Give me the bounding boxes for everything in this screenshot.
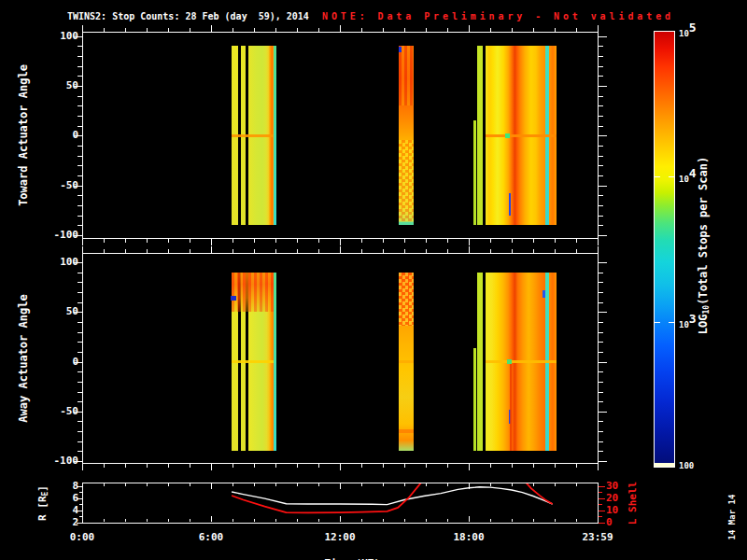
x-tick — [576, 239, 577, 243]
x-tick — [254, 249, 255, 253]
x-tick — [361, 464, 362, 468]
x-tick — [426, 464, 427, 468]
y-tick — [599, 235, 607, 236]
x-tick — [233, 249, 233, 253]
x-tick — [598, 239, 599, 245]
y-tick — [599, 371, 603, 372]
x-tick — [512, 249, 513, 253]
colorbar-tick-base: 10 — [679, 175, 689, 184]
l-tick-label: 10 — [606, 505, 618, 516]
y-tick — [74, 362, 82, 363]
colorbar-gradient — [655, 32, 674, 467]
x-tick — [297, 464, 298, 468]
colorbar-tick-label: 105 — [679, 22, 697, 40]
y-tick — [599, 382, 603, 383]
r-tick-label: 6 — [72, 493, 78, 504]
x-tick — [168, 239, 169, 243]
y-tick — [78, 195, 82, 196]
r-tick — [79, 492, 82, 493]
x-tick — [318, 249, 319, 253]
x-tick — [190, 239, 190, 243]
colorbar-tick-label: 104 — [679, 168, 697, 186]
y-tick — [78, 165, 82, 166]
x-tick — [426, 28, 427, 32]
colorbar-tick-dash — [669, 176, 674, 178]
x-tick-label: 12:00 — [324, 531, 355, 543]
twins2-plot-page: TWINS2: Stop Counts: 28 Feb (day 59), 20… — [0, 0, 747, 560]
y-tick — [74, 412, 82, 413]
heatmap-checker — [399, 140, 414, 222]
x-tick — [555, 239, 556, 243]
y-tick — [78, 175, 82, 176]
heatmap-hline — [399, 429, 414, 433]
x-tick — [147, 28, 148, 32]
r-tick-label: 2 — [72, 517, 78, 528]
colorbar-label: LOG10(Total Stops per Scan) — [697, 157, 711, 334]
y-tick — [599, 461, 607, 462]
x-tick — [254, 464, 255, 468]
y-tick — [78, 56, 82, 57]
l-tick-label: 30 — [606, 481, 618, 492]
datestamp: 14 Mar 14 — [727, 495, 737, 540]
y-tick — [599, 322, 603, 323]
x-tick — [125, 28, 126, 32]
y-tick — [599, 302, 603, 303]
y-tick — [78, 126, 82, 127]
heatmap-stripe — [477, 46, 483, 225]
l-tick — [599, 523, 605, 524]
x-tick — [275, 239, 276, 243]
x-tick-label: 6:00 — [199, 531, 224, 543]
y-tick — [599, 46, 603, 47]
y-tick — [78, 451, 82, 452]
x-tick — [82, 239, 83, 245]
y-label-toward-text: Toward Actuator Angle — [17, 64, 30, 206]
heatmap-hline — [486, 134, 557, 137]
heatmap-spot — [505, 133, 510, 138]
y-tick — [599, 421, 603, 422]
x-tick — [555, 464, 556, 468]
y-tick — [599, 401, 603, 402]
y-tick — [78, 282, 82, 283]
x-tick — [533, 249, 534, 253]
x-tick — [211, 246, 212, 253]
x-tick — [469, 246, 470, 253]
y-tick — [78, 76, 82, 77]
x-tick — [254, 28, 255, 32]
cb-label-sub: 10 — [702, 305, 711, 315]
x-tick — [318, 464, 319, 468]
y-tick — [599, 362, 607, 363]
heatmap-spot — [231, 296, 236, 301]
y-tick — [78, 332, 82, 333]
y-label-lshell: L Shell — [627, 482, 639, 525]
y-tick — [74, 461, 82, 462]
y-tick — [78, 352, 82, 353]
x-tick — [125, 239, 126, 243]
y-tick — [78, 146, 82, 147]
colorbar-tick-exp: 3 — [689, 312, 697, 326]
x-tick — [168, 249, 169, 253]
y-tick — [599, 216, 603, 217]
y-tick — [78, 392, 82, 393]
colorbar-tick-exp: 4 — [689, 166, 697, 180]
x-tick — [211, 25, 212, 32]
y-tick — [78, 225, 82, 226]
heatmap-hline — [399, 222, 414, 225]
colorbar-tick-dash — [655, 322, 660, 324]
heatmap-hline — [232, 360, 274, 363]
x-tick — [469, 464, 470, 470]
r-label-pre: R [R — [36, 496, 49, 521]
x-tick — [297, 249, 298, 253]
y-tick — [78, 431, 82, 432]
l-tick — [599, 504, 602, 505]
y-tick — [599, 441, 603, 442]
y-tick — [599, 56, 603, 57]
x-tick — [318, 28, 319, 32]
y-tick — [599, 96, 603, 97]
x-tick — [104, 239, 105, 243]
y-tick — [599, 195, 603, 196]
heatmap-stripe — [473, 120, 476, 225]
x-tick — [211, 239, 212, 245]
heatmap-hline — [399, 360, 414, 363]
y-tick — [599, 225, 603, 226]
l-tick — [599, 486, 605, 487]
